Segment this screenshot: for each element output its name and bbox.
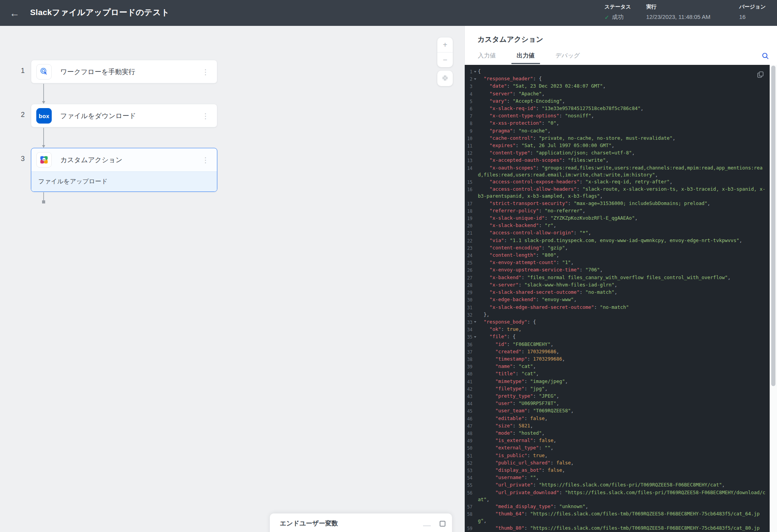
step-card-manual-trigger[interactable]: ワークフローを手動実行 ⋮ bbox=[31, 60, 217, 83]
manual-trigger-icon bbox=[36, 64, 52, 80]
step-menu-button[interactable]: ⋮ bbox=[200, 111, 212, 121]
tab-input-values[interactable]: 入力値 bbox=[472, 48, 501, 64]
fold-caret-icon[interactable] bbox=[472, 68, 478, 75]
search-button[interactable] bbox=[760, 51, 771, 62]
code-editor[interactable]: 1{2 "response_header": {3 "date": "Sat, … bbox=[465, 65, 770, 532]
end-user-variables-panel[interactable]: エンドユーザー変数 bbox=[270, 513, 452, 532]
connector-line bbox=[43, 84, 44, 102]
fold-spacer bbox=[472, 481, 478, 489]
tab-debug[interactable]: デバッグ bbox=[550, 48, 585, 64]
fold-caret-icon[interactable] bbox=[472, 319, 478, 326]
custom-action-icon bbox=[36, 152, 52, 168]
code-line: 11 "expires": "Sat, 26 Jul 1997 05:00:00… bbox=[465, 142, 770, 149]
fold-spacer bbox=[472, 142, 478, 149]
panel-title: カスタムアクション bbox=[477, 34, 543, 44]
code-line: 19 "x-slack-unique-id": "ZYZKZpKozKvobzR… bbox=[465, 215, 770, 222]
page-title: Slackファイルアップロードのテスト bbox=[30, 7, 169, 18]
code-line: 30 "x-edge-backend": "envoy-www", bbox=[465, 296, 770, 303]
code-line: 55 "url_private": "https://files.slack.c… bbox=[465, 481, 770, 489]
fold-spacer bbox=[472, 510, 478, 524]
editor-scrollbar-thumb[interactable] bbox=[771, 66, 775, 386]
step-card-custom-action[interactable]: カスタムアクション ⋮ ファイルをアップロード bbox=[31, 148, 217, 192]
fold-spacer bbox=[472, 259, 478, 266]
fold-spacer bbox=[472, 244, 478, 252]
connector-line bbox=[43, 192, 44, 200]
step-menu-button[interactable]: ⋮ bbox=[200, 67, 212, 77]
fold-spacer bbox=[472, 525, 478, 532]
arrow-left-icon: ← bbox=[10, 7, 20, 19]
box-icon: box bbox=[36, 108, 52, 124]
step-card-box-download[interactable]: box ファイルをダウンロード ⋮ bbox=[31, 104, 217, 127]
minimize-button[interactable] bbox=[422, 519, 432, 527]
back-button[interactable]: ← bbox=[7, 5, 22, 21]
detail-panel: カスタムアクション 入力値 出力値 デバッグ 1{2 "response_hea… bbox=[464, 26, 777, 532]
fold-spacer bbox=[472, 266, 478, 274]
status-value: ✓ 成功 bbox=[604, 14, 631, 21]
version-label: バージョン bbox=[739, 3, 766, 10]
copy-button[interactable] bbox=[756, 70, 765, 80]
fold-spacer bbox=[472, 296, 478, 303]
fold-spacer bbox=[472, 157, 478, 164]
code-line: 17 "strict-transport-security": "max-age… bbox=[465, 200, 770, 207]
fold-spacer bbox=[472, 120, 478, 127]
code-line: 34 "ok": true, bbox=[465, 326, 770, 333]
code-line: 49 "is_external": false, bbox=[465, 437, 770, 444]
fold-spacer bbox=[472, 444, 478, 452]
fold-spacer bbox=[472, 135, 478, 142]
tab-output-values[interactable]: 出力値 bbox=[511, 48, 540, 64]
connector-endpoint[interactable] bbox=[42, 200, 45, 203]
fold-spacer bbox=[472, 229, 478, 237]
step-number-3: 3 bbox=[19, 155, 27, 163]
fold-caret-icon[interactable] bbox=[472, 333, 478, 341]
fold-spacer bbox=[472, 149, 478, 157]
code-line: 42 "filetype": "jpg", bbox=[465, 385, 770, 393]
fold-spacer bbox=[472, 356, 478, 363]
status-block: ステータス ✓ 成功 bbox=[604, 3, 631, 21]
code-line: 35 "file": { bbox=[465, 333, 770, 341]
zoom-in-button[interactable]: + bbox=[437, 37, 453, 53]
code-line: 20 "x-slack-backend": "r", bbox=[465, 222, 770, 229]
zoom-out-button[interactable]: − bbox=[437, 53, 453, 67]
fold-spacer bbox=[472, 281, 478, 289]
code-line: 28 "x-server": "slack-www-hhvm-files-iad… bbox=[465, 281, 770, 289]
fold-spacer bbox=[472, 178, 478, 186]
step-substep-upload-file[interactable]: ファイルをアップロード bbox=[31, 171, 217, 191]
code-line: 46 "editable": false, bbox=[465, 415, 770, 422]
maximize-button[interactable] bbox=[438, 519, 447, 527]
code-line: 41 "mimetype": "image/jpeg", bbox=[465, 378, 770, 385]
fold-caret-icon[interactable] bbox=[472, 75, 478, 83]
code-line: 24 "content-length": "800", bbox=[465, 252, 770, 259]
step-menu-button[interactable]: ⋮ bbox=[200, 155, 212, 165]
code-lines: 1{2 "response_header": {3 "date": "Sat, … bbox=[465, 68, 770, 532]
fold-spacer bbox=[472, 164, 478, 178]
code-line: 33 "response_body": { bbox=[465, 319, 770, 326]
code-line: 27 "x-backend": "files_normal files_cana… bbox=[465, 274, 770, 281]
fold-spacer bbox=[472, 289, 478, 296]
step-title: ワークフローを手動実行 bbox=[60, 67, 200, 76]
code-line: 43 "pretty_type": "JPEG", bbox=[465, 393, 770, 400]
fold-spacer bbox=[472, 186, 478, 200]
editor-scrollbar-track bbox=[770, 65, 777, 532]
code-line: 50 "external_type": "", bbox=[465, 444, 770, 452]
fold-spacer bbox=[472, 311, 478, 319]
code-line: 57 "media_display_type": "unknown", bbox=[465, 503, 770, 510]
check-icon: ✓ bbox=[604, 14, 609, 21]
fold-spacer bbox=[472, 437, 478, 444]
fold-spacer bbox=[472, 415, 478, 422]
workflow-canvas[interactable]: 1 ワークフローを手動実行 ⋮ 2 box フ bbox=[0, 26, 464, 532]
code-line: 6 "x-slack-req-id": "13e33e957845127518c… bbox=[465, 105, 770, 112]
code-line: 44 "user": "U069RP5F78T", bbox=[465, 400, 770, 407]
code-line: 47 "size": 5821, bbox=[465, 422, 770, 430]
fold-spacer bbox=[472, 127, 478, 135]
code-line: 45 "user_team": "T069RQZEE58", bbox=[465, 407, 770, 415]
fold-spacer bbox=[472, 489, 478, 503]
code-line: 14 "x-oauth-scopes": "groups:read,files:… bbox=[465, 164, 770, 178]
fold-spacer bbox=[472, 363, 478, 370]
step-title: カスタムアクション bbox=[60, 155, 200, 164]
fold-spacer bbox=[472, 370, 478, 378]
fit-view-button[interactable] bbox=[437, 71, 453, 86]
fold-spacer bbox=[472, 222, 478, 229]
step-number-2: 2 bbox=[19, 111, 27, 119]
step-number-1: 1 bbox=[19, 67, 27, 75]
end-user-variables-title: エンドユーザー変数 bbox=[280, 519, 338, 528]
